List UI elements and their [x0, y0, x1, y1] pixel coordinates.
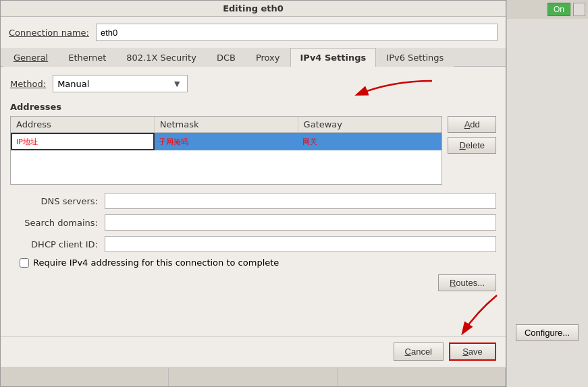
add-label: A	[464, 119, 471, 129]
search-input[interactable]	[105, 214, 496, 231]
delete-button[interactable]: Delete	[448, 137, 496, 154]
connection-name-label: Connection name:	[9, 28, 89, 38]
dhcp-input[interactable]	[105, 236, 496, 252]
right-panel: On Configure...	[506, 0, 588, 387]
routes-rest: outes...	[456, 278, 485, 288]
dialog-bottom: Cancel Save	[1, 336, 506, 366]
dns-row: DNS servers:	[10, 193, 496, 209]
add-label-rest: dd	[470, 119, 479, 129]
connection-name-row: Connection name:	[1, 17, 506, 48]
tab-proxy-label: Proxy	[256, 53, 280, 63]
col-netmask: Netmask	[155, 117, 298, 132]
save-rest: ave	[469, 347, 483, 357]
status-item-3	[338, 368, 506, 386]
addresses-title: Addresses	[10, 102, 496, 112]
netmask-value: 子网掩码	[159, 137, 188, 147]
dns-input[interactable]	[105, 193, 496, 209]
col-address: Address	[11, 117, 155, 132]
col-gateway: Gateway	[298, 117, 442, 132]
dns-label: DNS servers:	[10, 196, 98, 206]
connection-name-input[interactable]	[96, 24, 498, 41]
routes-button[interactable]: Routes...	[438, 274, 496, 291]
toggle-on-label: On	[554, 5, 564, 14]
addresses-table: Address Netmask Gateway IP地址 子网掩码 网关	[10, 116, 442, 185]
table-row[interactable]: IP地址 子网掩码 网关	[11, 133, 442, 150]
configure-btn-area: Configure...	[506, 320, 588, 345]
content-area: Method: Manual ▼ Addresses Address Netma…	[1, 67, 506, 299]
method-row: Method: Manual ▼	[10, 75, 496, 92]
status-item-2	[169, 368, 337, 386]
addresses-table-container: Address Netmask Gateway IP地址 子网掩码 网关	[10, 116, 496, 185]
tab-security-label: 802.1X Security	[126, 53, 196, 63]
right-panel-top: On	[507, 0, 588, 19]
cell-netmask[interactable]: 子网掩码	[155, 133, 298, 150]
cell-address[interactable]: IP地址	[11, 133, 155, 150]
delete-label: D	[459, 140, 465, 150]
tab-ethernet-label: Ethernet	[68, 53, 106, 63]
tab-general[interactable]: General	[3, 48, 58, 67]
address-value: IP地址	[16, 137, 38, 147]
dhcp-row: DHCP client ID:	[10, 236, 496, 252]
tab-ipv6[interactable]: IPv6 Settings	[376, 48, 454, 67]
method-select[interactable]: Manual ▼	[53, 75, 188, 92]
table-header: Address Netmask Gateway	[11, 117, 442, 133]
status-item-1	[1, 368, 169, 386]
tab-ethernet[interactable]: Ethernet	[58, 48, 116, 67]
status-bar	[1, 367, 506, 386]
chevron-down-icon: ▼	[171, 78, 183, 90]
addresses-section: Addresses Address Netmask Gateway IP地址	[10, 102, 496, 185]
cancel-underline: C	[405, 347, 411, 357]
gateway-value: 网关	[302, 137, 317, 147]
main-dialog: Editing eth0 Connection name: General Et…	[0, 0, 506, 387]
fields-section: DNS servers: Search domains: DHCP client…	[10, 193, 496, 252]
tab-security[interactable]: 802.1X Security	[116, 48, 207, 67]
require-ipv4-checkbox[interactable]	[20, 258, 29, 268]
save-underline: S	[462, 347, 469, 357]
toggle-off-button[interactable]	[573, 3, 585, 16]
table-empty-area	[11, 150, 442, 184]
cancel-button[interactable]: Cancel	[394, 343, 444, 361]
tab-dcb[interactable]: DCB	[207, 48, 246, 67]
require-ipv4-label: Require IPv4 addressing for this connect…	[33, 258, 279, 268]
tab-general-label: General	[14, 53, 48, 63]
title-bar: Editing eth0	[1, 1, 506, 17]
tab-dcb-label: DCB	[217, 53, 236, 63]
method-label: Method:	[10, 79, 46, 89]
dhcp-label: DHCP client ID:	[10, 239, 98, 249]
search-label: Search domains:	[10, 218, 98, 228]
configure-button[interactable]: Configure...	[516, 324, 579, 341]
checkbox-row: Require IPv4 addressing for this connect…	[10, 258, 496, 268]
tab-ipv4-label: IPv4 Settings	[300, 53, 367, 63]
save-button[interactable]: Save	[449, 343, 496, 361]
routes-row: Routes...	[10, 274, 496, 291]
search-row: Search domains:	[10, 214, 496, 231]
table-buttons: Add Delete	[448, 116, 496, 185]
routes-underline: R	[450, 278, 456, 288]
toggle-on-button[interactable]: On	[547, 3, 570, 16]
cancel-rest: ancel	[411, 347, 432, 357]
configure-label: Configure...	[525, 328, 570, 338]
add-button[interactable]: Add	[448, 116, 496, 133]
tabs-bar: General Ethernet 802.1X Security DCB Pro…	[1, 48, 506, 67]
tab-ipv4[interactable]: IPv4 Settings	[290, 48, 377, 67]
method-select-text: Manual	[57, 79, 171, 89]
dialog-title: Editing eth0	[223, 3, 284, 13]
cell-gateway[interactable]: 网关	[298, 133, 442, 150]
tab-proxy[interactable]: Proxy	[246, 48, 290, 67]
tab-ipv6-label: IPv6 Settings	[386, 53, 444, 63]
delete-label-rest: elete	[466, 140, 485, 150]
